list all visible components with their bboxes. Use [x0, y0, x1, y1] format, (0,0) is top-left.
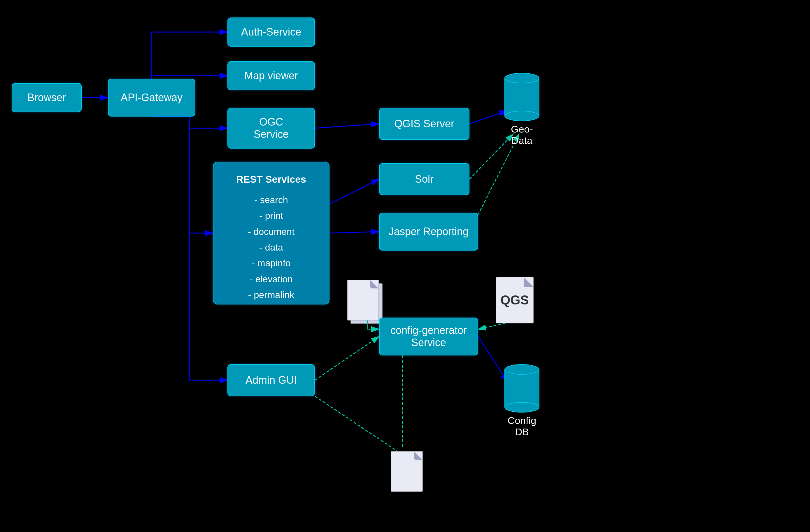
map-viewer-node: Map viewer: [227, 61, 315, 90]
svg-line-13: [315, 336, 379, 380]
ogc-service-node: OGC Service: [227, 108, 315, 149]
auth-service-node: Auth-Service: [227, 17, 315, 47]
jasper-label: Jasper Reporting: [389, 226, 469, 238]
browser-node: Browser: [12, 83, 82, 112]
qgs-label: QGS: [500, 293, 529, 307]
qgs-doc-icon: QGS: [496, 277, 534, 323]
browser-label: Browser: [28, 92, 66, 104]
svg-line-1: [315, 124, 379, 128]
auth-service-label: Auth-Service: [241, 26, 301, 38]
svg-line-2: [329, 179, 379, 204]
doc-icon-admin: [391, 451, 428, 498]
geo-data-label: Geo-Data: [511, 123, 533, 146]
doc-icon-reports: [347, 280, 385, 326]
admin-gui-node: Admin GUI: [227, 364, 315, 396]
config-db: ConfigDB: [504, 364, 539, 437]
config-generator-node: config-generator Service: [379, 318, 478, 355]
svg-line-4: [469, 111, 507, 124]
config-db-label: ConfigDB: [508, 415, 536, 437]
svg-line-14: [315, 396, 402, 454]
solr-node: Solr: [379, 163, 469, 195]
svg-line-12: [478, 336, 507, 382]
rest-services-node: REST Services - search - print - documen…: [213, 162, 329, 304]
ogc-service-label: OGC Service: [254, 116, 289, 140]
jasper-reporting-node: Jasper Reporting: [379, 213, 478, 251]
geo-data-db: Geo-Data: [504, 73, 539, 146]
solr-label: Solr: [415, 173, 434, 185]
svg-line-3: [329, 232, 379, 233]
qgis-server-label: QGIS Server: [394, 118, 454, 130]
map-viewer-label: Map viewer: [244, 70, 298, 82]
api-gateway-node: API-Gateway: [108, 79, 195, 117]
admin-gui-label: Admin GUI: [245, 374, 297, 386]
qgis-server-node: QGIS Server: [379, 108, 469, 140]
api-gateway-label: API-Gateway: [121, 92, 182, 104]
config-generator-label: config-generator Service: [390, 324, 467, 349]
rest-services-label: REST Services - search - print - documen…: [236, 171, 306, 303]
